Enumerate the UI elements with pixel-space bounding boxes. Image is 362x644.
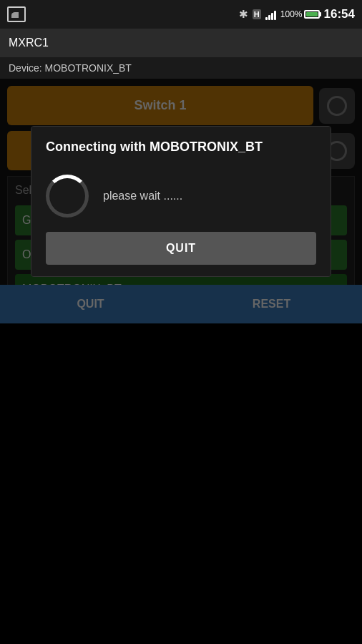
gallery-icon [7,6,26,22]
modal-header: Connecting with MOBOTRONIX_BT [31,127,331,163]
app-title-bar: MXRC1 [0,29,362,57]
network-h-icon: H [253,9,261,19]
app-title: MXRC1 [9,36,49,49]
battery-percent: 100% [280,9,303,19]
signal-bars [265,9,276,20]
battery-indicator: 100% [280,9,320,19]
spinner-inner [50,179,84,213]
device-label: Device: MOBOTRONIX_BT [9,62,132,74]
modal-title: Connecting with MOBOTRONIX_BT [46,140,316,155]
main-content: Switch 1 Switch 2 Select a device: Garag… [0,79,362,323]
modal-footer: QUIT [31,232,331,276]
modal-wait-text: please wait ...... [103,190,182,203]
bluetooth-icon: ✱ [239,8,248,21]
status-bar: ✱ H 100% 16:54 [0,0,362,29]
modal-overlay: Connecting with MOBOTRONIX_BT please wai… [0,79,362,323]
device-info: Device: MOBOTRONIX_BT [0,57,362,79]
time-display: 16:54 [324,7,355,21]
loading-spinner [46,175,89,218]
modal-quit-button[interactable]: QUIT [46,232,316,265]
battery-icon [304,10,320,19]
modal-body: please wait ...... [31,163,331,232]
connecting-modal: Connecting with MOBOTRONIX_BT please wai… [31,126,331,277]
